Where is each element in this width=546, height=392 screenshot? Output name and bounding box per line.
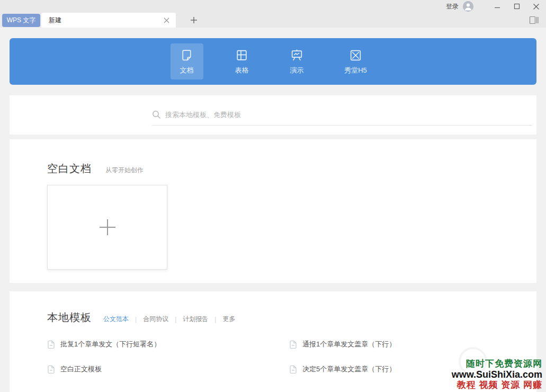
nav-item-spreadsheet[interactable]: 表格 xyxy=(226,43,258,79)
wps-new-document-window: 登录 WPS 文字 新建 xyxy=(0,0,546,392)
templates-section-title: 本地模板 xyxy=(47,310,92,325)
maximize-icon xyxy=(514,3,520,10)
minimize-icon xyxy=(494,3,500,10)
blank-section-subtitle: 从零开始创作 xyxy=(105,166,144,174)
maximize-button[interactable] xyxy=(507,0,526,13)
search-input[interactable] xyxy=(165,111,532,119)
watermark-line1: 随时下免费资源网 xyxy=(452,359,542,369)
template-item[interactable]: 批复1个章单发文（下行短署名） xyxy=(47,340,289,349)
close-tab-button[interactable] xyxy=(162,16,171,24)
user-icon xyxy=(463,1,473,12)
minimize-button[interactable] xyxy=(487,0,507,13)
tab-bar: WPS 文字 新建 xyxy=(0,13,546,28)
wps-app-menu-button[interactable]: WPS 文字 xyxy=(2,14,40,27)
plus-icon xyxy=(190,16,198,24)
category-plans-reports[interactable]: 计划报告 xyxy=(183,315,208,324)
category-separator: | xyxy=(214,316,216,323)
content-area: 文档 表格 演示 xyxy=(0,28,546,392)
template-doc-icon xyxy=(47,365,55,374)
template-item[interactable]: 空白正文模板 xyxy=(47,364,289,374)
close-window-button[interactable] xyxy=(526,0,546,13)
nav-label: 文档 xyxy=(180,66,194,75)
tab-list-button[interactable] xyxy=(528,14,540,26)
login-button[interactable]: 登录 xyxy=(446,2,459,11)
template-label: 批复1个章单发文（下行短署名） xyxy=(60,340,160,349)
nav-label: 演示 xyxy=(290,66,304,75)
tab-new-document[interactable]: 新建 xyxy=(41,13,176,28)
template-label: 决定5个章单发文盖章（下行） xyxy=(302,364,396,374)
watermark-line3: 教程 视频 资源 网赚 xyxy=(452,380,542,390)
plus-icon xyxy=(97,217,118,237)
document-type-banner: 文档 表格 演示 xyxy=(10,38,536,85)
category-contracts[interactable]: 合同协议 xyxy=(143,315,168,324)
template-doc-icon xyxy=(289,365,297,374)
template-doc-icon xyxy=(289,340,297,349)
category-more[interactable]: 更多 xyxy=(222,315,235,324)
category-separator: | xyxy=(135,316,137,323)
template-label: 通报1个章单发文盖章（下行） xyxy=(302,340,396,349)
nav-label: 表格 xyxy=(235,66,249,75)
tab-title: 新建 xyxy=(49,16,162,25)
template-item[interactable]: 通报1个章单发文盖章（下行） xyxy=(289,340,536,349)
new-tab-button[interactable] xyxy=(187,14,200,26)
search-icon xyxy=(152,110,161,119)
watermark-line2: www.SuiShiXia.com xyxy=(452,369,542,380)
nav-label: 秀堂H5 xyxy=(344,66,367,75)
nav-item-h5[interactable]: 秀堂H5 xyxy=(336,43,376,79)
nav-item-presentation[interactable]: 演示 xyxy=(281,43,314,79)
blank-document-section: 空白文档从零开始创作 xyxy=(10,139,536,283)
template-label: 空白正文模板 xyxy=(60,364,102,374)
nav-item-document[interactable]: 文档 xyxy=(171,43,203,79)
spreadsheet-icon xyxy=(235,48,249,63)
tab-list-icon xyxy=(529,16,539,24)
blank-section-title: 空白文档 xyxy=(47,162,92,176)
h5-icon xyxy=(348,48,363,63)
document-icon xyxy=(180,48,194,63)
close-icon xyxy=(533,3,540,10)
watermark: 随时下免费资源网 www.SuiShiXia.com 教程 视频 资源 网赚 xyxy=(452,359,542,390)
titlebar: 登录 xyxy=(0,0,546,13)
category-separator: | xyxy=(175,316,176,323)
close-tab-icon xyxy=(164,17,169,23)
avatar[interactable] xyxy=(463,1,473,12)
template-categories: 公文范本 | 合同协议 | 计划报告 | 更多 xyxy=(103,315,235,324)
template-doc-icon xyxy=(47,340,55,349)
search-box[interactable] xyxy=(152,104,532,126)
presentation-icon xyxy=(290,48,304,63)
category-official-docs[interactable]: 公文范本 xyxy=(103,315,129,324)
search-panel xyxy=(10,95,536,135)
new-blank-document-card[interactable] xyxy=(47,185,167,270)
